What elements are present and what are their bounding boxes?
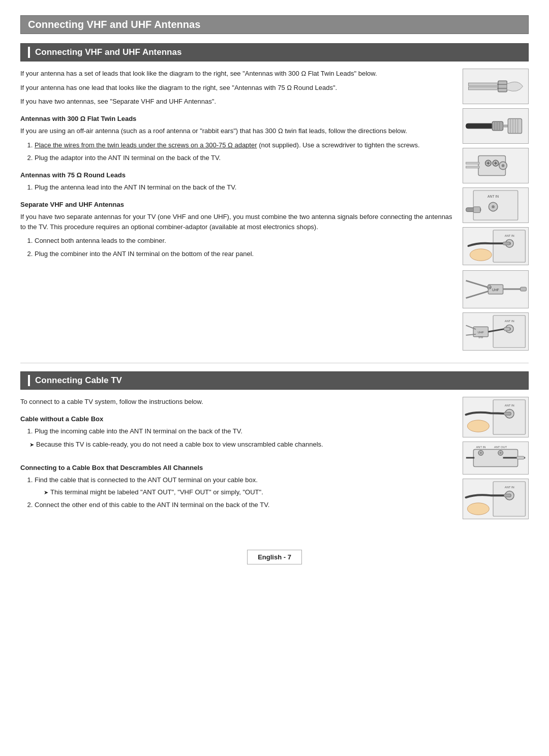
separate-heading: Separate VHF and UHF Antennas bbox=[20, 200, 452, 210]
page-container: Connecting VHF and UHF Antennas Connecti… bbox=[20, 15, 529, 564]
svg-text:ANT OUT: ANT OUT bbox=[494, 446, 507, 449]
cable-no-box-step-1: Plug the incoming cable into the ANT IN … bbox=[35, 426, 452, 436]
flat-twin-step-2: Plug the adaptor into the ANT IN termina… bbox=[35, 153, 452, 163]
svg-rect-5 bbox=[466, 123, 493, 129]
separate-step-1: Connect both antenna leads to the combin… bbox=[35, 236, 452, 246]
intro-para-3: If you have two antennas, see "Separate … bbox=[20, 97, 452, 107]
svg-rect-25 bbox=[466, 162, 479, 164]
flat-twin-heading: Antennas with 300 Ω Flat Twin Leads bbox=[20, 114, 452, 124]
svg-text:ANT IN: ANT IN bbox=[505, 234, 514, 237]
vhf-uhf-content: If your antenna has a set of leads that … bbox=[20, 69, 529, 265]
vhf-uhf-title: Connecting VHF and UHF Antennas bbox=[35, 47, 181, 57]
vhf-uhf-header: Connecting VHF and UHF Antennas bbox=[20, 43, 529, 61]
section-divider bbox=[20, 363, 529, 363]
cable-tv-text: To connect to a cable TV system, follow … bbox=[20, 397, 452, 519]
intro-para-2: If your antenna has one lead that looks … bbox=[20, 83, 452, 93]
svg-rect-57 bbox=[504, 327, 510, 331]
svg-point-62 bbox=[467, 420, 489, 432]
intro-para-1: If your antenna has a set of leads that … bbox=[20, 69, 452, 79]
svg-text:ANT IN: ANT IN bbox=[476, 446, 485, 449]
svg-text:VHF: VHF bbox=[486, 287, 492, 289]
svg-text:ANT IN: ANT IN bbox=[487, 195, 499, 198]
svg-text:UHF: UHF bbox=[478, 331, 484, 334]
svg-rect-0 bbox=[469, 83, 498, 86]
flat-twin-steps: Place the wires from the twin leads unde… bbox=[20, 140, 452, 163]
svg-rect-32 bbox=[473, 207, 480, 213]
cable-tv-title: Connecting Cable TV bbox=[35, 375, 122, 386]
cable-box-step-1: Find the cable that is connected to the … bbox=[35, 475, 452, 497]
svg-rect-72 bbox=[517, 456, 525, 459]
cable-tv-header: Connecting Cable TV bbox=[20, 371, 529, 390]
svg-rect-26 bbox=[466, 166, 479, 168]
separate-step-2: Plug the combiner into the ANT IN termin… bbox=[35, 249, 452, 259]
cable-tv-intro: To connect to a cable TV system, follow … bbox=[20, 397, 452, 407]
svg-line-40 bbox=[466, 291, 491, 298]
footer-text: English - 7 bbox=[258, 553, 291, 561]
diagram-cable-box-to-tv: ANT IN bbox=[463, 479, 529, 519]
cable-no-box-steps: Plug the incoming cable into the ANT IN … bbox=[20, 426, 452, 436]
connections-header: Connecting VHF and UHF Antennas bbox=[20, 15, 529, 34]
separate-diagrams-row: UHF VHF ANT IN bbox=[20, 270, 529, 351]
svg-point-30 bbox=[492, 205, 495, 208]
svg-rect-46 bbox=[521, 287, 527, 291]
svg-rect-63 bbox=[504, 412, 511, 415]
diagram-round-lead bbox=[463, 108, 529, 144]
svg-rect-11 bbox=[508, 118, 522, 133]
flat-twin-step-1-text: Place the wires from the twin leads unde… bbox=[35, 141, 257, 149]
cable-no-box-note-1: Because this TV is cable-ready, you do n… bbox=[20, 440, 452, 448]
svg-rect-2 bbox=[498, 81, 507, 91]
cable-box-step-2: Connect the other end of this cable to t… bbox=[35, 500, 452, 510]
separate-diagram-column: UHF VHF ANT IN bbox=[463, 270, 529, 351]
flat-twin-step-1: Place the wires from the twin leads unde… bbox=[35, 140, 452, 150]
svg-text:ANT IN: ANT IN bbox=[505, 404, 514, 407]
svg-text:ANT IN: ANT IN bbox=[505, 486, 514, 489]
diagram-cable-ant-in: ANT IN bbox=[463, 397, 529, 437]
cable-no-box-heading: Cable without a Cable Box bbox=[20, 414, 452, 424]
cable-tv-content: To connect to a cable TV system, follow … bbox=[20, 397, 529, 519]
connections-title: Connecting VHF and UHF Antennas bbox=[28, 19, 200, 30]
diagram-combiner-2: ANT IN UHF VHF bbox=[463, 312, 529, 351]
vhf-uhf-text: If your antenna has a set of leads that … bbox=[20, 69, 452, 265]
svg-rect-79 bbox=[504, 494, 511, 497]
diagram-cable-box-connections: ANT IN ANT OUT bbox=[463, 442, 529, 475]
separate-steps: Connect both antenna leads to the combin… bbox=[20, 236, 452, 259]
svg-text:UHF: UHF bbox=[492, 288, 499, 292]
cable-box-note-1: This terminal might be labeled "ANT OUT"… bbox=[35, 487, 452, 497]
svg-text:VHF: VHF bbox=[478, 336, 483, 339]
svg-point-24 bbox=[502, 164, 505, 167]
round-leads-step-1: Plug the antenna lead into the ANT IN te… bbox=[35, 182, 452, 193]
diagram-ant-in-round: ANT IN bbox=[463, 227, 529, 265]
svg-rect-1 bbox=[469, 87, 498, 90]
svg-point-67 bbox=[480, 452, 482, 454]
round-leads-steps: Plug the antenna lead into the ANT IN te… bbox=[20, 182, 452, 193]
svg-point-37 bbox=[470, 249, 492, 261]
cable-tv-diagrams: ANT IN ANT IN bbox=[463, 397, 529, 519]
round-leads-heading: Antennas with 75 Ω Round Leads bbox=[20, 170, 452, 180]
cable-box-steps: Find the cable that is connected to the … bbox=[20, 475, 452, 510]
separate-diagrams-spacer bbox=[20, 270, 452, 351]
separate-intro: If you have two separate antennas for yo… bbox=[20, 212, 452, 232]
diagram-ant-in-1: ANT IN bbox=[463, 187, 529, 223]
flat-twin-intro: If you are using an off-air antenna (suc… bbox=[20, 126, 452, 136]
diagram-combiner-1: UHF VHF bbox=[463, 270, 529, 308]
svg-rect-38 bbox=[503, 242, 510, 245]
footer-badge: English - 7 bbox=[247, 550, 302, 564]
svg-point-70 bbox=[500, 452, 502, 454]
svg-point-78 bbox=[467, 503, 489, 515]
vhf-uhf-diagrams: ANT IN ANT IN bbox=[463, 69, 529, 265]
cable-box-heading: Connecting to a Cable Box that Descrambl… bbox=[20, 463, 452, 473]
diagram-flat-twin-leads bbox=[463, 69, 529, 104]
footer-wrap: English - 7 bbox=[20, 534, 529, 564]
svg-rect-6 bbox=[492, 121, 503, 130]
diagram-adapter bbox=[463, 148, 529, 183]
svg-text:ANT IN: ANT IN bbox=[505, 320, 514, 323]
